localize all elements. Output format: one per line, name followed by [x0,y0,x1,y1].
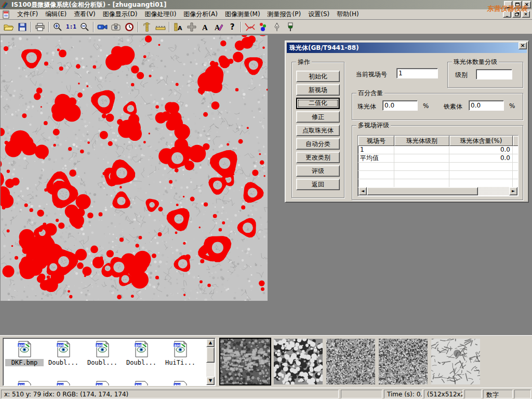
scroll-down-icon[interactable]: ▼ [206,377,215,385]
current-field-input[interactable] [396,68,438,78]
actual-size-button[interactable]: 1:1 [64,21,78,33]
file-name[interactable]: Doubl... [122,359,161,366]
brush-tool-button[interactable] [284,21,297,33]
open-file-button[interactable] [2,21,16,33]
text-icon: A [201,23,209,31]
thumbnail-4[interactable] [379,339,428,384]
timer-button[interactable] [123,21,136,33]
rating-table-header: 视场号 珠光体级别 珠光体含量(%) 铁素体含量(%) [358,136,518,146]
menu-settings[interactable]: 设置(S) [304,9,333,20]
table-row[interactable]: 1 0.0 [358,146,518,154]
file-name[interactable]: DKF.bmp [5,359,44,366]
change-class-button[interactable]: 更改类别 [296,152,340,163]
menu-image-measure[interactable]: 图像测量(M) [221,9,264,20]
save-button[interactable] [16,21,29,33]
grade-input[interactable] [476,69,512,79]
file-name[interactable]: Doubl... [83,359,122,366]
photo-capture-button[interactable] [109,21,123,33]
pen-tool-button[interactable] [270,21,284,33]
scroll-right-icon[interactable]: ► [509,187,517,195]
svg-text:BMP: BMP [58,383,66,387]
scroll-up-icon[interactable]: ▲ [206,339,215,347]
scroll-thumb[interactable] [367,187,478,195]
pearlite-percent-input[interactable] [382,100,418,111]
file-item[interactable]: BMP [122,381,161,386]
rate-button[interactable]: 评级 [296,165,340,177]
table-row[interactable]: 平均值 0.0 [358,154,518,163]
file-item[interactable]: BMP [44,381,83,386]
close-button[interactable]: × [523,1,531,8]
menu-view[interactable]: 查看(V) [70,9,99,20]
auto-classify-button[interactable]: 自动分类 [296,138,340,150]
thumbnail-5[interactable] [431,339,480,384]
close-icon: × [525,2,529,7]
file-item[interactable]: BMP DKF.bmp [5,341,44,366]
cell-field-number: 1 [358,146,394,154]
cell-pearlite-content: 0.0 [449,154,513,163]
file-item[interactable]: BMP [5,381,44,386]
text-edit-button[interactable]: A [212,21,225,33]
scroll-left-icon[interactable]: ◄ [358,187,367,195]
svg-text:BMP: BMP [136,383,144,387]
print-button[interactable] [33,21,47,33]
col-ferrite-content[interactable]: 铁素体含量(%) [513,136,518,146]
menu-help[interactable]: 帮助(H) [333,9,362,20]
file-item[interactable]: BMP [83,381,122,386]
clock-icon [125,22,134,32]
video-capture-button[interactable] [96,21,109,33]
curve-tool-button[interactable] [243,21,257,33]
correct-button[interactable]: 修正 [296,111,340,123]
initialize-button[interactable]: 初始化 [296,71,340,82]
ferrite-percent-input[interactable] [469,100,504,111]
thumbnail-1[interactable] [220,339,270,384]
thumbnail-2[interactable] [274,339,323,384]
col-pearlite-grade[interactable]: 珠光体级别 [394,136,449,146]
file-list-scrollbar[interactable]: ▲ ▼ [206,339,215,385]
svg-text:A: A [178,25,182,32]
dialog-title-bar[interactable]: 珠光体(GB/T9441-88) [287,43,527,53]
ruler-button[interactable] [154,21,167,33]
return-button[interactable]: 返回 [296,179,340,190]
table-horizontal-scrollbar[interactable]: ◄ ► [358,187,517,195]
specimen-image[interactable] [1,35,268,301]
zoom-out-button[interactable] [78,21,91,33]
actual-size-icon: 1:1 [66,23,76,30]
operation-group: 操作 初始化 新视场 二值化 修正 点取珠光体 自动分类 更改类别 评级 返回 [291,62,344,198]
caliper-measure-button[interactable] [140,21,154,33]
mdi-close-button[interactable]: × [522,11,530,18]
zoom-in-button[interactable] [51,21,64,33]
particle-mark-button[interactable] [257,21,270,33]
menu-file[interactable]: 文件(F) [14,9,42,20]
scale-annotate-button[interactable]: A [171,21,185,33]
col-field-number[interactable]: 视场号 [358,136,394,146]
file-item[interactable]: BMP Doubl... [83,341,122,366]
file-item[interactable]: BMP Doubl... [44,341,83,366]
scroll-thumb[interactable] [206,347,215,363]
binarize-button[interactable]: 二值化 [296,98,340,109]
menu-edit[interactable]: 编辑(E) [42,9,70,20]
menu-measure-report[interactable]: 测量报告(P) [264,9,305,20]
file-name[interactable]: Doubl... [44,359,83,366]
minimize-button[interactable]: _ [504,1,512,8]
dialog-close-button[interactable]: × [518,42,527,49]
col-pearlite-content[interactable]: 珠光体含量(%) [449,136,513,146]
help-button[interactable]: ? [225,21,239,33]
new-field-button[interactable]: 新视场 [296,84,340,96]
pick-pearlite-button[interactable]: 点取珠光体 [296,125,340,136]
mdi-restore-button[interactable] [512,11,521,18]
help-icon: ? [230,22,235,32]
file-item[interactable]: BMP [161,381,200,386]
mdi-minimize-button[interactable]: _ [503,11,511,18]
text-tool-button[interactable]: A [198,21,212,33]
grid-overlay-button[interactable] [185,21,198,33]
rating-table[interactable]: 视场号 珠光体级别 珠光体含量(%) 铁素体含量(%) 1 0.0 平均值 0.… [357,135,518,196]
menu-image-analysis[interactable]: 图像分析(A) [180,9,221,20]
file-item[interactable]: BMP Doubl... [122,341,161,366]
file-name[interactable]: HuiTi... [161,359,200,366]
file-item[interactable]: BMP HuiTi... [161,341,200,366]
thumbnail-3[interactable] [326,339,375,384]
maximize-button[interactable] [513,1,522,8]
scroll-track[interactable] [367,187,509,195]
menu-image-processing[interactable]: 图像处理(I) [141,9,180,20]
menu-image-display[interactable]: 图像显示(D) [99,9,141,20]
